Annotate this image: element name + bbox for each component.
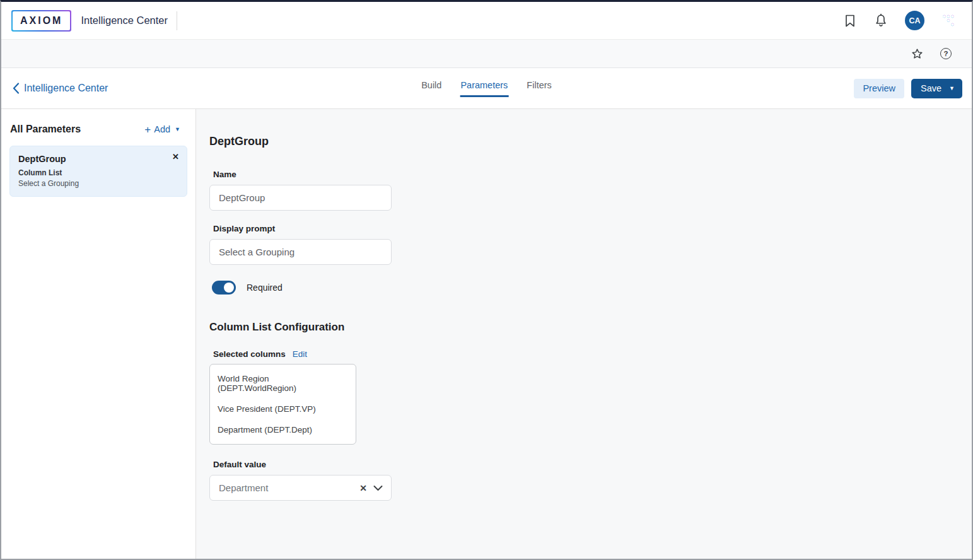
back-link-label: Intelligence Center <box>24 83 108 94</box>
tab-build[interactable]: Build <box>421 78 442 97</box>
parameter-detail-panel: DeptGroup Name Display prompt Required C… <box>196 109 972 559</box>
back-chevron-icon <box>13 83 20 94</box>
parameter-card-name: DeptGroup <box>18 154 178 164</box>
default-value-combobox[interactable]: Department ✕ <box>209 475 392 501</box>
header-divider <box>177 11 177 30</box>
plus-icon: + <box>144 124 151 135</box>
parameter-title: DeptGroup <box>209 135 957 148</box>
add-parameter-button[interactable]: + Add ▼ <box>144 124 180 135</box>
secondary-toolbar: ? <box>1 40 972 68</box>
column-list-configuration-title: Column List Configuration <box>209 321 957 334</box>
name-label: Name <box>213 170 957 179</box>
add-button-label: Add <box>154 124 170 134</box>
save-button-label: Save <box>921 83 941 93</box>
name-input[interactable] <box>209 185 392 211</box>
toggle-knob <box>224 283 234 293</box>
user-avatar[interactable]: CA <box>905 11 924 30</box>
parameter-card-type: Column List <box>18 168 178 177</box>
top-header: AXIOM Intelligence Center CA <box>1 2 972 40</box>
combobox-chevron-down-icon[interactable] <box>373 485 383 491</box>
tab-filters[interactable]: Filters <box>526 78 552 97</box>
help-icon[interactable]: ? <box>939 47 953 61</box>
parameter-card-deptgroup[interactable]: DeptGroup Column List Select a Grouping … <box>9 146 187 197</box>
app-window: AXIOM Intelligence Center CA <box>0 0 973 560</box>
notifications-bell-icon[interactable] <box>874 14 888 28</box>
parameter-card-prompt: Select a Grouping <box>18 179 178 188</box>
list-item-world-region[interactable]: World Region (DEPT.WorldRegion) <box>210 368 356 399</box>
list-item-department[interactable]: Department (DEPT.Dept) <box>210 419 356 440</box>
page-header: Intelligence Center Build Parameters Fil… <box>1 68 972 109</box>
required-label: Required <box>247 283 283 293</box>
required-toggle[interactable] <box>212 281 236 295</box>
apps-grid-icon[interactable] <box>941 14 955 28</box>
add-caret-down-icon: ▼ <box>175 127 180 132</box>
parameters-sidebar: All Parameters + Add ▼ DeptGroup Column … <box>1 109 196 559</box>
remove-parameter-icon[interactable]: ✕ <box>172 152 179 161</box>
bookmark-icon[interactable] <box>843 14 857 28</box>
list-item-vice-president[interactable]: Vice President (DEPT.VP) <box>210 399 356 419</box>
sidebar-title: All Parameters <box>10 124 81 135</box>
favorite-star-icon[interactable] <box>910 47 924 61</box>
clear-value-icon[interactable]: ✕ <box>356 483 371 493</box>
selected-columns-label: Selected columns <box>213 349 286 359</box>
default-value-selected: Department <box>219 482 356 493</box>
save-caret-down-icon[interactable]: ▼ <box>949 86 955 91</box>
edit-columns-link[interactable]: Edit <box>293 349 307 359</box>
axiom-logo[interactable]: AXIOM <box>11 10 71 32</box>
default-value-label: Default value <box>213 460 957 469</box>
selected-columns-listbox: World Region (DEPT.WorldRegion) Vice Pre… <box>209 364 356 445</box>
display-prompt-input[interactable] <box>209 239 392 265</box>
axiom-logo-text: AXIOM <box>13 11 70 30</box>
app-title: Intelligence Center <box>81 15 168 26</box>
display-prompt-label: Display prompt <box>213 224 957 233</box>
help-question-mark: ? <box>940 48 952 59</box>
preview-button[interactable]: Preview <box>854 79 904 98</box>
tab-bar: Build Parameters Filters <box>421 78 552 97</box>
back-to-intelligence-center-link[interactable]: Intelligence Center <box>13 83 108 94</box>
save-button[interactable]: Save ▼ <box>911 79 962 98</box>
tab-parameters[interactable]: Parameters <box>460 78 508 97</box>
